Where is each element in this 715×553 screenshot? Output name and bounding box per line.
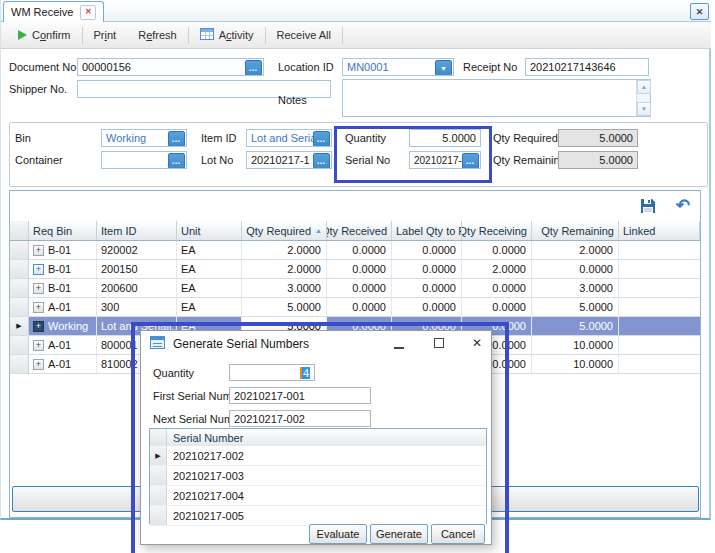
header-qty-received[interactable]: Qty Received bbox=[327, 221, 392, 240]
notes-field[interactable]: ▲ ▼ bbox=[342, 79, 651, 117]
window-close-button[interactable]: ✕ bbox=[690, 3, 709, 20]
serial-row[interactable]: 20210217-004 bbox=[150, 486, 486, 506]
receipt-no-field[interactable]: 20210217143646 bbox=[525, 58, 649, 76]
serial-no-lookup-button[interactable]: … bbox=[462, 153, 479, 169]
tab-title: WM Receive bbox=[11, 6, 73, 18]
dialog-close-button[interactable]: ✕ bbox=[469, 335, 485, 351]
serial-no-field[interactable]: 20210217-00 … bbox=[409, 151, 481, 169]
tab-close-icon[interactable]: ✕ bbox=[80, 5, 96, 20]
qty-remaining-value: 5.0000 bbox=[599, 154, 633, 166]
confirm-label: Confirm bbox=[32, 29, 71, 41]
receive-all-button[interactable]: Receive All bbox=[266, 22, 342, 48]
header-qty-required[interactable]: Qty Required▲ bbox=[242, 221, 327, 240]
quantity-label: Quantity bbox=[345, 129, 386, 147]
activity-button[interactable]: Activity bbox=[189, 22, 265, 48]
serial-row[interactable]: 20210217-005 bbox=[150, 506, 486, 526]
dialog-quantity-label: Quantity bbox=[153, 364, 194, 382]
header-linked[interactable]: Linked bbox=[619, 221, 700, 240]
header-qty-receiving[interactable]: Qty Receiving bbox=[462, 221, 532, 240]
receipt-no-value: 20210217143646 bbox=[530, 61, 616, 73]
cell-qty_receiving: 2.0000 bbox=[462, 260, 532, 278]
cell-label_qty: 0.0000 bbox=[392, 241, 462, 259]
chevron-down-icon[interactable]: ▼ bbox=[435, 60, 452, 76]
container-field[interactable]: … bbox=[101, 151, 187, 169]
grid-toolbar: ↶ bbox=[10, 191, 700, 222]
header-qty-remaining[interactable]: Qty Remaining bbox=[532, 221, 619, 240]
save-icon[interactable] bbox=[640, 198, 656, 216]
bin-field[interactable]: Working … bbox=[101, 129, 187, 147]
expand-icon[interactable]: + bbox=[33, 321, 44, 332]
print-button[interactable]: Print bbox=[83, 22, 128, 48]
dialog-quantity-value: 4 bbox=[300, 367, 310, 379]
tab-wm-receive[interactable]: WM Receive ✕ bbox=[3, 1, 104, 22]
next-serial-value: 20210217-002 bbox=[234, 413, 305, 425]
notes-scrollbar[interactable]: ▲ ▼ bbox=[636, 80, 650, 116]
evaluate-button[interactable]: Evaluate bbox=[309, 524, 367, 544]
item-id-field[interactable]: Lot and Serializ … bbox=[246, 129, 332, 147]
generate-button[interactable]: Generate bbox=[370, 524, 428, 544]
location-id-combo[interactable]: MN0001 ▼ bbox=[342, 58, 454, 76]
bin-lookup-button[interactable]: … bbox=[168, 131, 185, 147]
cell-qty_receiving: 0.0000 bbox=[462, 298, 532, 316]
cell-unit: EA bbox=[177, 241, 242, 259]
serial-row[interactable]: ▶20210217-002 bbox=[150, 446, 486, 466]
expand-icon[interactable]: + bbox=[33, 340, 44, 351]
header-serial-number[interactable]: Serial Number bbox=[167, 429, 486, 446]
cell-label_qty: 0.0000 bbox=[392, 298, 462, 316]
cell-unit: EA bbox=[177, 279, 242, 297]
first-serial-field[interactable]: 20210217-001 bbox=[229, 387, 371, 404]
cell-qty_received: 0.0000 bbox=[327, 298, 392, 316]
undo-icon[interactable]: ↶ bbox=[676, 193, 690, 219]
table-row[interactable]: +B-01200150EA2.00000.00000.00002.00000.0… bbox=[10, 260, 700, 279]
document-no-lookup-button[interactable]: … bbox=[245, 60, 262, 76]
header-item-id[interactable]: Item ID bbox=[97, 221, 177, 240]
expand-icon[interactable]: + bbox=[33, 359, 44, 370]
scroll-up-icon[interactable]: ▲ bbox=[637, 80, 651, 94]
cell-linked bbox=[619, 336, 700, 354]
table-row[interactable]: +A-01300EA5.00000.00000.00000.00005.0000 bbox=[10, 298, 700, 317]
quantity-field[interactable]: 5.0000 bbox=[409, 129, 481, 147]
dialog-quantity-field[interactable]: 4 bbox=[229, 364, 315, 381]
cell-linked bbox=[619, 279, 700, 297]
table-row[interactable]: +B-01920002EA2.00000.00000.00000.00002.0… bbox=[10, 241, 700, 260]
serial-grid-body: ▶20210217-00220210217-00320210217-004202… bbox=[150, 446, 486, 526]
maximize-button[interactable] bbox=[434, 338, 444, 348]
cell-item_id: 200150 bbox=[97, 260, 177, 278]
expand-icon[interactable]: + bbox=[33, 283, 44, 294]
cell-qty_remaining: 5.0000 bbox=[532, 317, 619, 335]
table-row[interactable]: +B-01200600EA3.00000.00000.00000.00003.0… bbox=[10, 279, 700, 298]
qty-remaining-label: Qty Remaining bbox=[493, 151, 566, 169]
cell-qty_required: 3.0000 bbox=[242, 279, 327, 297]
quantity-value: 5.0000 bbox=[442, 132, 476, 144]
grid-header: Req Bin Item ID Unit Qty Required▲ Qty R… bbox=[10, 221, 700, 241]
cell-qty_remaining: 0.0000 bbox=[532, 260, 619, 278]
expand-icon[interactable]: + bbox=[33, 302, 44, 313]
minimize-button[interactable] bbox=[394, 339, 406, 349]
receipt-no-label: Receipt No bbox=[463, 58, 517, 76]
scroll-down-icon[interactable]: ▼ bbox=[637, 102, 651, 116]
row-indicator bbox=[10, 260, 29, 278]
expand-icon[interactable]: + bbox=[33, 264, 44, 275]
cell-req_bin: +B-01 bbox=[29, 260, 97, 278]
header-label-qty[interactable]: Label Qty to Pr... bbox=[392, 221, 462, 240]
lot-no-field[interactable]: 20210217-1 … bbox=[246, 151, 332, 169]
header-indicator bbox=[10, 221, 29, 240]
expand-icon[interactable]: + bbox=[33, 245, 44, 256]
header-unit[interactable]: Unit bbox=[177, 221, 242, 240]
lot-no-lookup-button[interactable]: … bbox=[313, 153, 330, 169]
confirm-button[interactable]: Confirm bbox=[7, 22, 82, 48]
header-req-bin[interactable]: Req Bin bbox=[29, 221, 97, 240]
cell-linked bbox=[619, 241, 700, 259]
document-no-field[interactable]: 00000156 … bbox=[77, 58, 264, 76]
cell-linked bbox=[619, 298, 700, 316]
generate-serial-numbers-dialog: Generate Serial Numbers ✕ Quantity 4 Fir… bbox=[140, 330, 492, 545]
next-serial-field[interactable]: 20210217-002 bbox=[229, 410, 371, 427]
document-no-value: 00000156 bbox=[82, 61, 131, 73]
serial-row[interactable]: 20210217-003 bbox=[150, 466, 486, 486]
document-no-label: Document No bbox=[9, 58, 76, 76]
item-id-lookup-button[interactable]: … bbox=[313, 131, 330, 147]
cancel-button[interactable]: Cancel bbox=[431, 524, 485, 544]
req-bin-text: Working bbox=[48, 320, 88, 332]
refresh-button[interactable]: Refresh bbox=[127, 22, 188, 48]
container-lookup-button[interactable]: … bbox=[168, 153, 185, 169]
